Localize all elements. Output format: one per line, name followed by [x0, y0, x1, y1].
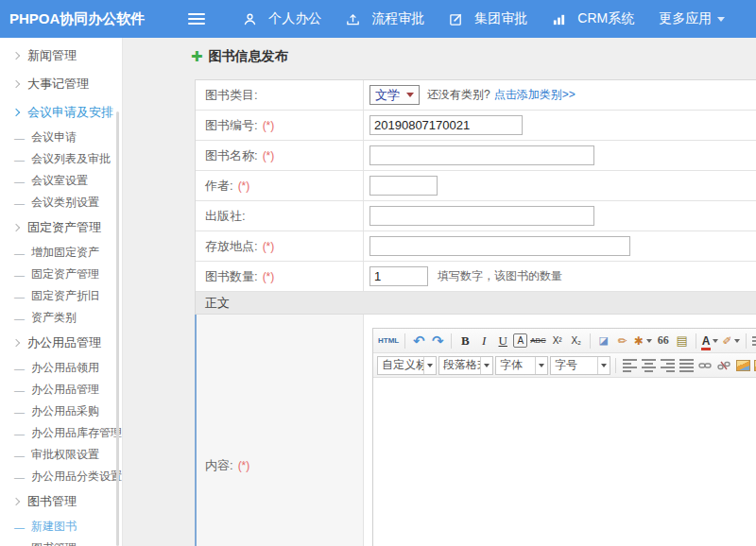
sidebar-item-办公用品采购[interactable]: —办公用品采购 — [0, 401, 122, 422]
sidebar-group-会议申请及安排[interactable]: 会议申请及安排 — [0, 98, 122, 127]
sidebar-item-会议列表及审批[interactable]: —会议列表及审批 — [0, 148, 122, 170]
sidebar-group-新闻管理[interactable]: 新闻管理 — [0, 42, 122, 70]
sidebar-item-会议室设置[interactable]: —会议室设置 — [0, 170, 122, 192]
align-justify-icon[interactable] — [678, 356, 695, 375]
auto-typeset-icon[interactable]: ✱ — [633, 332, 653, 350]
align-right-icon[interactable] — [659, 356, 676, 375]
sidebar-item-图书管理[interactable]: —图书管理 — [0, 537, 122, 546]
chevron-right-icon — [12, 498, 20, 505]
dash-icon: — — [14, 384, 25, 396]
underline-icon[interactable]: U — [494, 332, 511, 350]
sidebar-item-label: 固定资产管理 — [31, 266, 99, 282]
unlink-icon[interactable] — [715, 356, 732, 375]
font-color-icon[interactable]: A — [701, 332, 720, 350]
sidebar-item-增加固定资产[interactable]: —增加固定资产 — [0, 242, 122, 264]
sidebar-group-label: 大事记管理 — [27, 76, 89, 93]
dash-icon: — — [14, 247, 25, 259]
align-left-icon[interactable] — [621, 356, 638, 375]
content-label: 内容: — [205, 457, 233, 474]
chevron-right-icon — [12, 52, 20, 60]
image-icon[interactable] — [734, 356, 751, 375]
toolbar-separator — [451, 333, 452, 349]
sidebar-item-固定资产管理[interactable]: —固定资产管理 — [0, 264, 122, 285]
paste-icon[interactable]: ▤ — [674, 332, 691, 350]
sidebar-item-label: 办公用品库存管理 — [31, 425, 122, 441]
form-row-content: 内容: (*) HTML↶↷BIUAABCX²X₂◪✏✱66▤A✐ 自定义标题段… — [196, 315, 756, 546]
align-center-icon[interactable] — [640, 356, 657, 375]
form-row-author: 作者: (*) — [196, 171, 756, 201]
toolbar-separator — [746, 333, 747, 349]
font-family-select[interactable]: 字体 — [495, 356, 548, 375]
nav-item-crm-system[interactable]: CRM系统 — [552, 10, 634, 27]
sidebar-item-label: 资产类别 — [31, 310, 77, 326]
paragraph-format-select[interactable]: 段落格式 — [438, 356, 493, 375]
add-category-link[interactable]: 点击添加类别>> — [494, 87, 576, 103]
sidebar: 新闻管理大事记管理会议申请及安排—会议申请—会议列表及审批—会议室设置—会议类别… — [0, 38, 123, 546]
category-label: 图书类目: — [205, 87, 258, 104]
book-code-input[interactable] — [369, 115, 523, 135]
nav-item-process-approval[interactable]: 流程审批 — [346, 10, 424, 27]
sidebar-item-会议类别设置[interactable]: —会议类别设置 — [0, 192, 122, 213]
dash-icon: — — [14, 291, 25, 302]
sidebar-item-办公用品领用[interactable]: —办公用品领用 — [0, 357, 122, 379]
subscript-icon[interactable]: X₂ — [568, 332, 585, 350]
publisher-input[interactable] — [369, 206, 594, 226]
location-input[interactable] — [369, 236, 630, 256]
redo-icon[interactable]: ↷ — [429, 332, 446, 350]
author-input[interactable] — [369, 176, 438, 196]
dash-icon: — — [14, 450, 25, 461]
sidebar-group-固定资产管理[interactable]: 固定资产管理 — [0, 213, 122, 242]
sidebar-item-label: 增加固定资产 — [31, 245, 99, 261]
sidebar-item-资产类别[interactable]: —资产类别 — [0, 307, 122, 329]
nav-item-label: 更多应用 — [659, 10, 712, 27]
undo-icon[interactable]: ↶ — [410, 332, 427, 350]
sidebar-group-办公用品管理[interactable]: 办公用品管理 — [0, 329, 122, 357]
sidebar-scrollbar[interactable] — [116, 111, 119, 546]
person-icon — [243, 12, 263, 26]
sidebar-group-图书管理[interactable]: 图书管理 — [0, 487, 122, 516]
dash-icon: — — [14, 269, 25, 281]
sidebar-item-label: 办公用品采购 — [31, 403, 99, 419]
sidebar-item-办公用品管理[interactable]: —办公用品管理 — [0, 379, 122, 401]
superscript-icon[interactable]: X² — [549, 332, 566, 350]
link-icon[interactable] — [696, 356, 713, 375]
blockquote-icon[interactable]: 66 — [655, 332, 672, 350]
format-brush-icon[interactable]: ✏ — [614, 332, 631, 350]
sidebar-group-label: 新闻管理 — [27, 47, 77, 64]
bold-icon[interactable]: B — [456, 332, 473, 350]
edit-icon — [449, 12, 469, 26]
sidebar-item-新建图书[interactable]: —新建图书 — [0, 516, 122, 537]
nav-item-group-approval[interactable]: 集团审批 — [449, 10, 527, 27]
nav-item-personal-office[interactable]: 个人办公 — [243, 10, 321, 27]
sidebar-item-label: 办公用品分类设置 — [31, 469, 122, 485]
dash-icon: — — [14, 521, 25, 533]
sidebar-item-会议申请[interactable]: —会议申请 — [0, 127, 122, 148]
nav-item-more-apps[interactable]: 更多应用 — [659, 10, 725, 27]
form-row-quantity: 图书数量: (*) 填写数字，该图书的数量 — [196, 262, 756, 292]
dropdown-caret-icon — [423, 357, 436, 374]
source-html-icon[interactable]: HTML — [377, 332, 400, 350]
name-label: 图书名称: — [205, 147, 258, 164]
sidebar-group-label: 固定资产管理 — [27, 219, 101, 236]
dropdown-caret-icon — [734, 339, 740, 343]
highlight-color-icon[interactable]: ✐ — [721, 332, 741, 350]
quantity-input[interactable] — [369, 266, 428, 286]
editor-content-area[interactable] — [373, 378, 756, 546]
char-border-icon[interactable]: A — [513, 333, 527, 348]
menu-toggle-icon[interactable] — [188, 13, 205, 25]
custom-title-select[interactable]: 自定义标题 — [377, 356, 437, 375]
italic-icon[interactable]: I — [475, 332, 492, 350]
dash-icon: — — [14, 154, 25, 165]
sidebar-group-大事记管理[interactable]: 大事记管理 — [0, 70, 122, 98]
form-row-name: 图书名称: (*) — [196, 141, 756, 171]
sidebar-item-办公用品分类设置[interactable]: —办公用品分类设置 — [0, 466, 122, 487]
eraser-icon[interactable]: ◪ — [595, 332, 612, 350]
strikethrough-icon[interactable]: ABC — [529, 332, 546, 350]
ordered-list-icon[interactable] — [751, 332, 756, 350]
sidebar-item-固定资产折旧[interactable]: —固定资产折旧 — [0, 285, 122, 307]
font-size-select[interactable]: 字号 — [550, 356, 610, 375]
category-select[interactable]: 文学 — [369, 85, 420, 105]
sidebar-item-办公用品库存管理[interactable]: —办公用品库存管理 — [0, 422, 122, 444]
book-name-input[interactable] — [369, 145, 594, 165]
sidebar-item-审批权限设置[interactable]: —审批权限设置 — [0, 444, 122, 466]
